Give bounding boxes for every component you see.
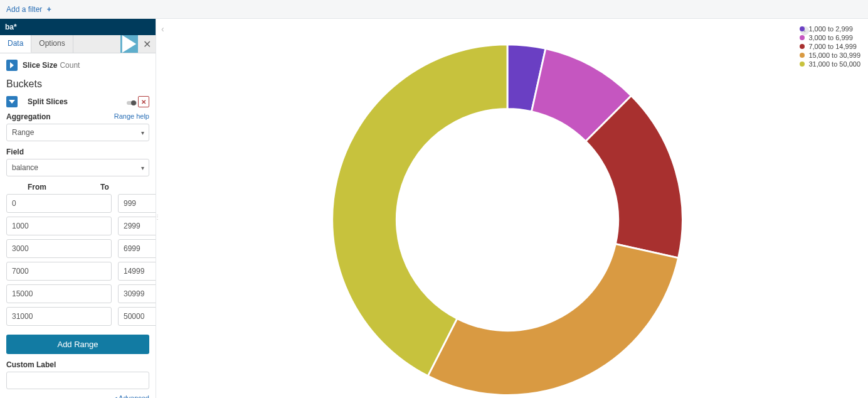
legend-item[interactable]: 7,000 to 14,999 — [800, 43, 860, 50]
svg-point-4 — [131, 100, 136, 105]
range-row: ✕ — [6, 194, 149, 213]
editor-sidebar: ba* Data Options ✕ Slice Size Count Buck… — [0, 19, 156, 398]
svg-marker-0 — [122, 35, 136, 53]
range-row: ✕ — [6, 239, 149, 258]
custom-label-input[interactable] — [6, 372, 149, 389]
add-filter-label: Add a filter — [6, 5, 42, 14]
legend-label: 7,000 to 14,999 — [808, 43, 856, 50]
ranges-list: ✕✕✕✕✕✕ — [6, 194, 149, 326]
range-from-input[interactable] — [6, 217, 112, 235]
range-to-header: To — [74, 183, 135, 191]
add-range-button[interactable]: Add Range — [6, 335, 149, 354]
aggregation-select[interactable]: Range — [6, 124, 149, 141]
toggle-icon[interactable] — [127, 97, 135, 106]
collapse-sidebar-icon[interactable]: ‹ — [161, 24, 164, 34]
field-select[interactable]: balance — [6, 159, 149, 176]
split-slices-label: Split Slices — [28, 97, 124, 106]
range-help-link[interactable]: Range help — [114, 112, 149, 121]
range-row: ✕ — [6, 307, 149, 326]
range-to-input[interactable] — [118, 239, 156, 258]
field-label: Field — [6, 148, 24, 156]
metric-row[interactable]: Slice Size Count — [6, 60, 149, 71]
donut-slice[interactable] — [332, 45, 507, 376]
plus-icon: + — [47, 5, 51, 14]
legend-label: 3,000 to 6,999 — [808, 34, 852, 41]
legend-color-icon — [800, 35, 805, 40]
discard-button[interactable]: ✕ — [138, 35, 156, 53]
svg-marker-1 — [10, 62, 14, 68]
legend-label: 31,000 to 50,000 — [808, 60, 860, 68]
custom-label-heading: Custom Label — [6, 360, 149, 369]
legend-item[interactable]: 15,000 to 30,999 — [800, 51, 860, 59]
range-from-input[interactable] — [6, 194, 112, 213]
tab-options[interactable]: Options — [31, 35, 73, 53]
range-from-input[interactable] — [6, 262, 112, 281]
chart-legend: 1,000 to 2,9993,000 to 6,9997,000 to 14,… — [800, 25, 860, 69]
range-to-input[interactable] — [118, 307, 156, 326]
slice-size-agg: Count — [60, 61, 80, 70]
legend-label: 15,000 to 30,999 — [808, 51, 860, 59]
range-from-input[interactable] — [6, 239, 112, 258]
legend-color-icon — [800, 53, 805, 58]
legend-label: 1,000 to 2,999 — [808, 25, 852, 33]
buckets-heading: Buckets — [6, 78, 149, 90]
tabs-row: Data Options ✕ — [0, 35, 156, 53]
legend-color-icon — [800, 26, 805, 31]
tab-data[interactable]: Data — [0, 35, 31, 53]
legend-item[interactable]: 1,000 to 2,999 — [800, 25, 860, 33]
range-row: ✕ — [6, 284, 149, 303]
caret-down-icon[interactable] — [6, 96, 18, 107]
range-from-input[interactable] — [6, 307, 112, 326]
range-row: ✕ — [6, 262, 149, 281]
range-to-input[interactable] — [118, 284, 156, 303]
advanced-link[interactable]: ◂ Advanced — [6, 394, 149, 398]
apply-button[interactable] — [120, 35, 138, 53]
range-to-input[interactable] — [118, 194, 156, 213]
donut-chart[interactable] — [329, 41, 686, 398]
add-filter-link[interactable]: Add a filter + — [6, 5, 51, 14]
range-to-input[interactable] — [118, 217, 156, 235]
legend-item[interactable]: 3,000 to 6,999 — [800, 34, 860, 41]
range-row: ✕ — [6, 217, 149, 235]
aggregation-label: Aggregation — [6, 112, 51, 121]
visualization-area: ‹ ⋮ ◦ 1,000 to 2,9993,000 to 6,9997,000 … — [156, 19, 868, 398]
index-pattern-label[interactable]: ba* — [0, 19, 156, 35]
resize-handle-icon[interactable]: ⋮ — [154, 213, 161, 220]
legend-color-icon — [800, 44, 805, 49]
remove-bucket-button[interactable]: ✕ — [138, 96, 149, 107]
donut-slice[interactable] — [428, 244, 678, 395]
range-from-input[interactable] — [6, 284, 112, 303]
legend-color-icon — [800, 62, 805, 67]
caret-right-icon — [6, 60, 18, 71]
range-to-input[interactable] — [118, 262, 156, 281]
legend-item[interactable]: 31,000 to 50,000 — [800, 60, 860, 68]
range-from-header: From — [6, 183, 68, 191]
slice-size-label: Slice Size — [23, 61, 57, 70]
svg-marker-2 — [9, 100, 15, 104]
caret-left-icon: ◂ — [114, 394, 117, 398]
